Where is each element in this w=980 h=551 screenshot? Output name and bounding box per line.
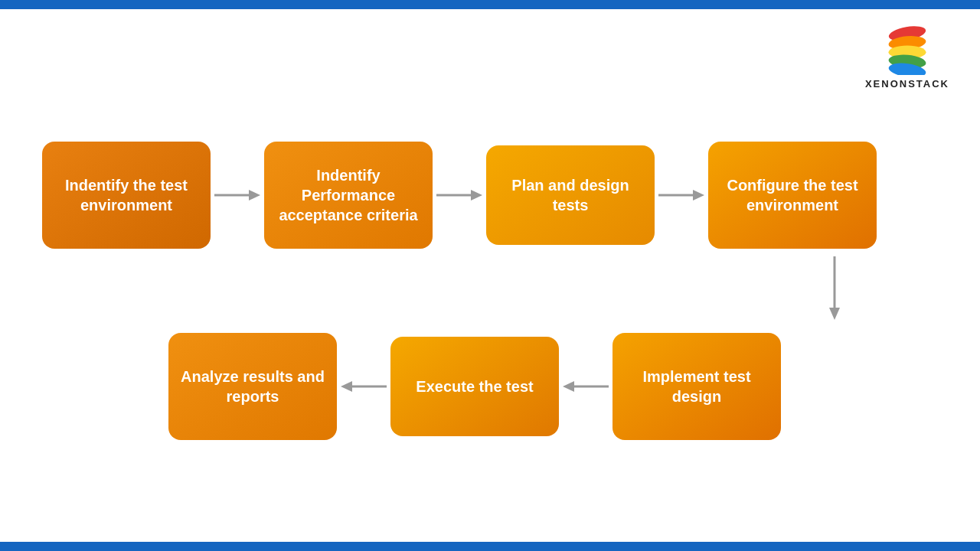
- flow-row1: Indentify the test environment Indentify…: [42, 142, 877, 249]
- arrow-down-4-7: [823, 253, 846, 321]
- flow-box-analyze: Analyze results and reports: [168, 333, 337, 440]
- svg-marker-16: [341, 381, 352, 392]
- svg-marker-14: [563, 381, 574, 392]
- svg-marker-10: [693, 190, 704, 201]
- flow-box-plan-design: Plan and design tests: [486, 145, 655, 245]
- flow-box-identify-criteria: Indentify Performance acceptance criteri…: [264, 142, 433, 249]
- flow-box-identify-env: Indentify the test environment: [42, 142, 211, 249]
- svg-marker-6: [249, 190, 260, 201]
- svg-marker-8: [471, 190, 482, 201]
- arrow-7-6: [559, 375, 612, 398]
- flow-box-configure-env: Configure the test environment: [708, 142, 877, 249]
- arrow-2-3: [433, 184, 486, 207]
- svg-marker-12: [829, 308, 840, 320]
- top-bar: [0, 0, 980, 9]
- arrow-1-2: [211, 184, 264, 207]
- logo-area: XENONSTACK: [865, 21, 949, 90]
- flow-box-execute: Execute the test: [390, 337, 559, 436]
- arrow-6-5: [337, 375, 390, 398]
- brand-name: XENONSTACK: [865, 78, 949, 90]
- flow-box-implement: Implement test design: [612, 333, 781, 440]
- xenonstack-logo-icon: [880, 21, 934, 75]
- bottom-bar: [0, 542, 980, 551]
- flow-row2: Implement test design Execute the test A…: [168, 333, 781, 440]
- arrow-3-4: [655, 184, 708, 207]
